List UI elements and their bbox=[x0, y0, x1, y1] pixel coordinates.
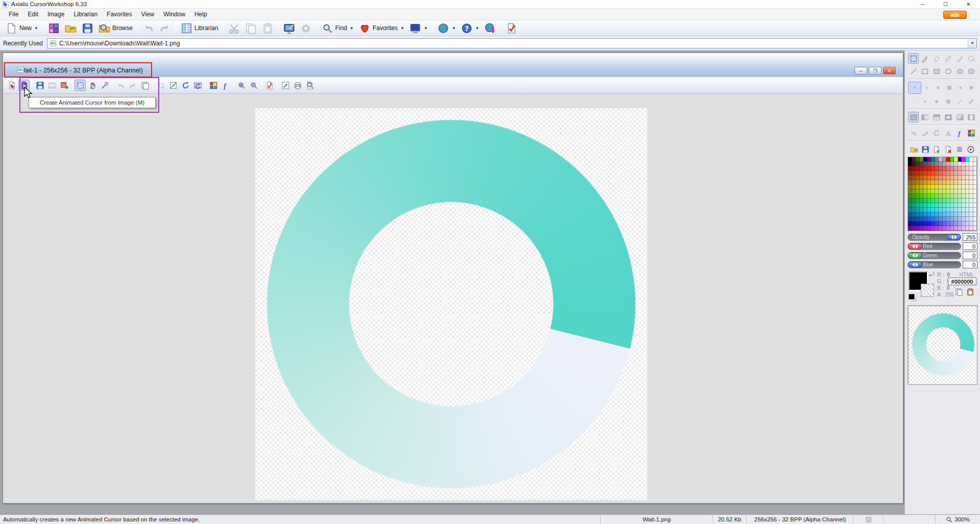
palette-cell[interactable] bbox=[923, 185, 927, 189]
palette-cell[interactable] bbox=[923, 198, 927, 203]
palette-cell[interactable] bbox=[935, 203, 939, 208]
palette-cell[interactable] bbox=[908, 162, 912, 166]
palette-cell[interactable] bbox=[943, 166, 947, 171]
palette-cell[interactable] bbox=[939, 212, 943, 217]
palette-cell[interactable] bbox=[912, 226, 916, 231]
palette-cell[interactable] bbox=[950, 176, 954, 180]
palette-cell[interactable] bbox=[966, 171, 970, 176]
palette-cell[interactable] bbox=[931, 171, 935, 176]
palette-cell[interactable] bbox=[927, 176, 932, 180]
opacity-value-field[interactable]: 255 bbox=[963, 233, 977, 241]
palette-cell[interactable] bbox=[912, 171, 916, 176]
palette-cell[interactable] bbox=[966, 198, 970, 203]
slider-thumb[interactable] bbox=[908, 243, 922, 249]
palette-cell[interactable] bbox=[916, 226, 920, 231]
palette-cell[interactable] bbox=[920, 212, 924, 217]
palette-cell[interactable] bbox=[954, 203, 958, 208]
doc-plus-button[interactable] bbox=[932, 144, 942, 155]
palette-cell[interactable] bbox=[916, 162, 920, 166]
palette-cell[interactable] bbox=[962, 157, 966, 162]
slider-thumb[interactable] bbox=[908, 253, 922, 259]
grid-toggle[interactable] bbox=[853, 515, 883, 524]
palette-cell[interactable] bbox=[966, 189, 970, 194]
palette-grid-button[interactable] bbox=[45, 21, 62, 35]
palette-cell[interactable] bbox=[935, 180, 939, 185]
help-button[interactable]: ?▼ bbox=[458, 21, 482, 35]
document-titlebar[interactable]: Wait-1 - 256x256 - 32 BPP (Alpha Channel… bbox=[3, 53, 903, 77]
palette-cell[interactable] bbox=[969, 226, 973, 231]
palette-cell[interactable] bbox=[931, 226, 935, 231]
palette-cell[interactable] bbox=[943, 180, 947, 185]
palette-cell[interactable] bbox=[950, 166, 954, 171]
palette-cell[interactable] bbox=[966, 157, 970, 162]
palette-cell[interactable] bbox=[939, 176, 943, 180]
palette-cell[interactable] bbox=[923, 180, 927, 185]
palette-cell[interactable] bbox=[973, 171, 977, 176]
palette-cell[interactable] bbox=[935, 221, 939, 226]
palette-cell[interactable] bbox=[946, 226, 950, 231]
palette-cell[interactable] bbox=[935, 185, 939, 189]
palette-cell[interactable] bbox=[969, 212, 973, 217]
palette-cell[interactable] bbox=[939, 208, 943, 212]
palette-cell[interactable] bbox=[912, 208, 916, 212]
floppy-button[interactable] bbox=[79, 21, 96, 35]
palette-cell[interactable] bbox=[935, 166, 939, 171]
palette-cell[interactable] bbox=[946, 157, 950, 162]
palette-cell[interactable] bbox=[939, 217, 943, 221]
palette-cell[interactable] bbox=[943, 203, 947, 208]
palette-cell[interactable] bbox=[927, 221, 932, 226]
resize-button[interactable] bbox=[167, 80, 179, 91]
doc-delete-button[interactable] bbox=[943, 144, 953, 155]
script-f-button[interactable]: f bbox=[954, 128, 965, 138]
palette-cell[interactable] bbox=[927, 162, 932, 166]
palette-cell[interactable] bbox=[966, 180, 970, 185]
palette-cell[interactable] bbox=[962, 171, 966, 176]
swap-colors-icon[interactable]: ⤾ bbox=[929, 270, 934, 278]
palette-cell[interactable] bbox=[920, 221, 924, 226]
palette-cell[interactable] bbox=[966, 208, 970, 212]
palette-cell[interactable] bbox=[931, 180, 935, 185]
palette-cell[interactable] bbox=[946, 212, 950, 217]
fill-solid-button[interactable] bbox=[908, 112, 919, 122]
palette-cell[interactable] bbox=[935, 212, 939, 217]
palette-cell[interactable] bbox=[958, 221, 962, 226]
palette-cell[interactable] bbox=[973, 221, 977, 226]
folder-search-button[interactable]: Browse bbox=[96, 21, 135, 35]
palette-cell[interactable] bbox=[966, 194, 970, 198]
palette-cell[interactable] bbox=[943, 157, 947, 162]
palette-cell[interactable] bbox=[927, 212, 932, 217]
palette-cell[interactable] bbox=[966, 226, 970, 231]
palette-cell[interactable] bbox=[920, 198, 924, 203]
palette-cell[interactable] bbox=[927, 203, 932, 208]
palette-cell[interactable] bbox=[927, 189, 932, 194]
palette-cell[interactable] bbox=[950, 226, 954, 231]
floppy-button[interactable] bbox=[34, 80, 45, 91]
palette-cell[interactable] bbox=[912, 194, 916, 198]
palette-cell[interactable] bbox=[966, 176, 970, 180]
palette-cell[interactable] bbox=[969, 176, 973, 180]
palette-cell[interactable] bbox=[969, 162, 973, 166]
palette-cell[interactable] bbox=[912, 157, 916, 162]
palette-cell[interactable] bbox=[916, 212, 920, 217]
palette-cell[interactable] bbox=[954, 221, 958, 226]
palette-cell[interactable] bbox=[946, 185, 950, 189]
script-f-button[interactable]: f bbox=[220, 80, 231, 91]
film-rotate-button[interactable] bbox=[192, 80, 203, 91]
palette-cell[interactable] bbox=[939, 189, 943, 194]
palette-cell[interactable] bbox=[908, 212, 912, 217]
palette-cell[interactable] bbox=[927, 198, 932, 203]
palette-cell[interactable] bbox=[946, 194, 950, 198]
palette-cell[interactable] bbox=[908, 171, 912, 176]
print-preview-button[interactable] bbox=[304, 80, 315, 91]
minimize-button[interactable]: ─ bbox=[911, 0, 934, 9]
palette-cell[interactable] bbox=[962, 212, 966, 217]
palette-cell[interactable] bbox=[939, 157, 943, 162]
palette-cell[interactable] bbox=[954, 171, 958, 176]
palette-cell[interactable] bbox=[943, 185, 947, 189]
palette-cell[interactable] bbox=[920, 208, 924, 212]
palette-cell[interactable] bbox=[950, 157, 954, 162]
palette-cell[interactable] bbox=[916, 198, 920, 203]
palette-cell[interactable] bbox=[916, 203, 920, 208]
palette-cell[interactable] bbox=[969, 157, 973, 162]
palette-cell[interactable] bbox=[935, 208, 939, 212]
